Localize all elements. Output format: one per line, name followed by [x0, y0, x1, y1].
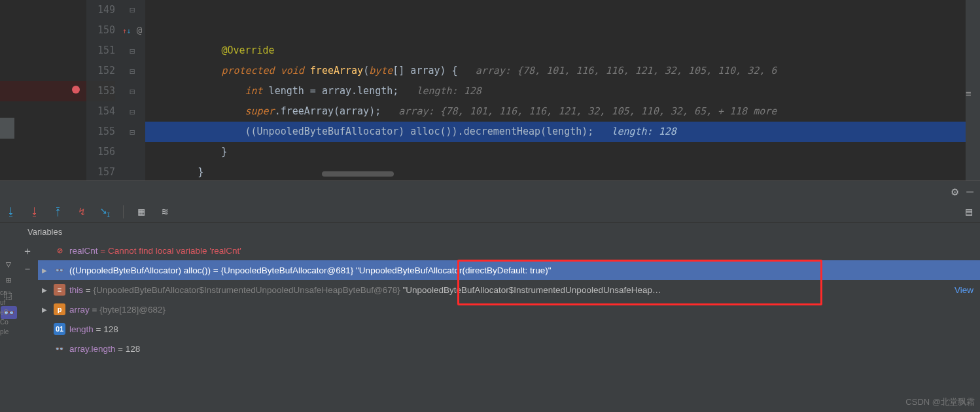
toolbar-divider: [123, 205, 124, 218]
step-into-icon[interactable]: ⭳: [5, 205, 17, 218]
step-out-icon[interactable]: ⭱: [52, 205, 64, 218]
remove-watch-icon[interactable]: －: [22, 262, 33, 276]
variable-row[interactable]: ▶👓((UnpooledByteBufAllocator) alloc()) =…: [38, 260, 980, 280]
step-into-force-icon[interactable]: ⭳: [29, 205, 41, 218]
horizontal-scrollbar[interactable]: [322, 171, 394, 177]
code-editor[interactable]: 149150151152153154155156157 ⊟↑↓ @⊟⊟⊟⊟⊟ @…: [0, 0, 966, 180]
filter-icon[interactable]: ▽: [6, 259, 11, 269]
debug-panel-header: ⚙ —: [0, 181, 980, 201]
variables-buttons: ＋ －: [17, 241, 38, 412]
param-icon: p: [54, 303, 65, 315]
gutter-icons: ⊟↑↓ @⊟⊟⊟⊟⊟: [119, 0, 145, 180]
watermark: CSDN @北堂飘霜: [905, 396, 975, 408]
drop-frame-icon[interactable]: ↯: [76, 205, 88, 218]
left-cutoff-text: caufeCCople: [0, 288, 17, 337]
breakpoint-icon[interactable]: [72, 86, 80, 94]
line-number-gutter[interactable]: 149150151152153154155156157: [86, 0, 119, 180]
variable-row[interactable]: 👓array.length = 128: [38, 339, 980, 358]
run-to-cursor-icon[interactable]: ➘I: [99, 205, 111, 218]
primitive-icon: 01: [54, 323, 65, 335]
left-tool-tab[interactable]: [0, 118, 14, 139]
error-icon: ⊘: [54, 245, 65, 256]
variables-list[interactable]: ⊘realCnt = Cannot find local variable 'r…: [38, 241, 980, 412]
minimize-icon[interactable]: —: [966, 184, 973, 198]
debug-panel: ⚙ — ⭳ ⭳ ⭱ ↯ ➘I ▦ ≋ ▤ ▽ ⊞ ⿻ 👓 Variables ＋…: [0, 180, 980, 412]
code-area[interactable]: @Override protected void freeArray(byte[…: [145, 0, 966, 180]
debug-toolbar: ⭳ ⭳ ⭱ ↯ ➘I ▦ ≋ ▤: [0, 201, 980, 223]
variable-row[interactable]: ⊘realCnt = Cannot find local variable 'r…: [38, 241, 980, 260]
glasses-icon: 👓: [54, 264, 65, 276]
view-link[interactable]: View: [954, 285, 973, 295]
database-icon[interactable]: ≡: [966, 88, 971, 99]
variable-row[interactable]: ▶≡this = {UnpooledByteBufAllocator$Instr…: [38, 280, 980, 300]
variables-title: Variables: [17, 223, 980, 241]
this-icon: ≡: [54, 284, 65, 296]
group-icon[interactable]: ⊞: [6, 275, 11, 285]
right-tool-rail[interactable]: ≡ Database ◫ SciView: [966, 0, 980, 180]
glasses-icon: 👓: [54, 343, 65, 354]
editor-left-padding: [0, 0, 86, 180]
evaluate-icon[interactable]: ▦: [135, 205, 147, 218]
add-watch-icon[interactable]: ＋: [22, 245, 33, 258]
layout-icon[interactable]: ▤: [963, 205, 975, 218]
variable-row[interactable]: 01length = 128: [38, 319, 980, 339]
trace-icon[interactable]: ≋: [159, 205, 171, 218]
gear-icon[interactable]: ⚙: [951, 184, 958, 198]
variable-row[interactable]: ▶parray = {byte[128]@682}: [38, 300, 980, 319]
